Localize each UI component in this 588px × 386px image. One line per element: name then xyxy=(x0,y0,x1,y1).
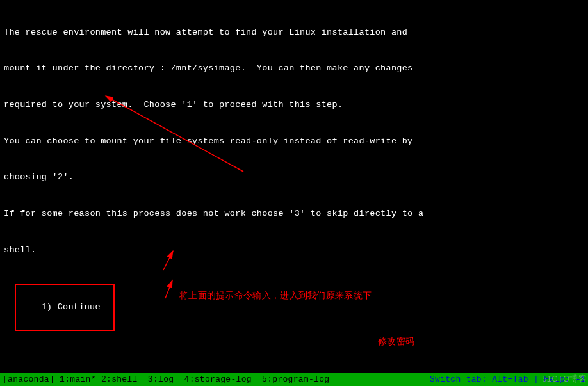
annotation-cmd-hint: 将上面的提示命令输入，进入到我们原来系统下 xyxy=(179,289,372,302)
intro-line: required to your system. Choose '1' to p… xyxy=(4,99,584,111)
menu-option-1[interactable]: 1) Continue xyxy=(41,302,100,312)
status-left: [anaconda] 1:main* 2:shell 3:log 4:stora… xyxy=(3,374,329,385)
intro-line: shell. xyxy=(4,245,584,257)
intro-line: The rescue environment will now attempt … xyxy=(4,27,584,39)
intro-line: choosing '2'. xyxy=(4,172,584,184)
terminal-screen: The rescue environment will now attempt … xyxy=(0,0,588,386)
intro-line: You can choose to mount your file system… xyxy=(4,136,584,148)
menu-option-1-box: 1) Continue xyxy=(15,284,115,331)
intro-line: mount it under the directory : /mnt/sysi… xyxy=(4,63,584,75)
annotation-pw-hint: 修改密码 xyxy=(378,335,414,348)
intro-line: If for some reason this process does not… xyxy=(4,208,584,220)
watermark: 51CTO博客 xyxy=(542,373,587,385)
tmux-status-bar: [anaconda] 1:main* 2:shell 3:log 4:stora… xyxy=(0,373,588,386)
